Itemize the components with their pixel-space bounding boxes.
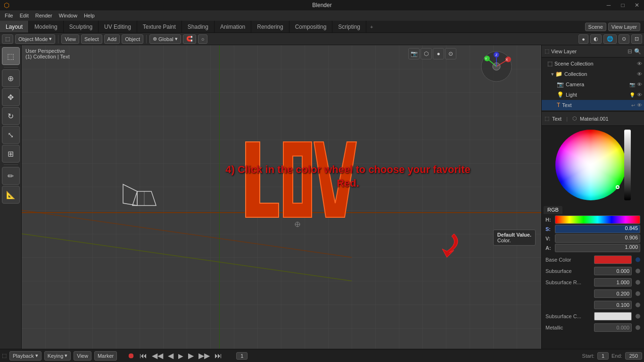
navigation-gizmo[interactable]: X Y Z <box>480 50 513 83</box>
marker-menu[interactable]: Marker <box>94 351 117 361</box>
collection-visibility[interactable]: 👁 <box>637 71 642 77</box>
scene-selector[interactable]: Scene <box>585 23 606 31</box>
subsurface-r-dot[interactable] <box>636 280 640 285</box>
viewport-shading-solid[interactable]: ● <box>578 34 588 44</box>
tab-scripting[interactable]: Scripting <box>332 21 366 33</box>
camera-visibility[interactable]: 👁 <box>637 82 642 87</box>
window-title: Blender <box>312 2 331 8</box>
playback-menu[interactable]: Playback ▾ <box>9 351 41 361</box>
metallic-dot[interactable] <box>636 325 640 330</box>
tool-select[interactable]: ⬚ <box>2 47 20 65</box>
menu-window[interactable]: Window <box>56 12 80 19</box>
base-color-swatch[interactable] <box>594 255 632 264</box>
tool-move[interactable]: ✥ <box>2 88 20 106</box>
tab-modeling[interactable]: Modeling <box>29 21 64 33</box>
tool-transform[interactable]: ⊞ <box>2 145 20 163</box>
perspective-button[interactable]: ⬡ <box>421 48 432 59</box>
view-menu[interactable]: View <box>74 351 91 361</box>
next-keyframe-button[interactable]: ▶ <box>187 351 195 360</box>
subsurface-c-dot[interactable] <box>636 314 640 319</box>
outliner-collection[interactable]: ▾ 📁 Collection 👁 <box>542 69 644 79</box>
viewport-shading-material[interactable]: ◐ <box>590 34 602 44</box>
hue-input[interactable] <box>555 215 640 224</box>
record-button[interactable]: ⏺ <box>126 352 136 360</box>
color-wheel[interactable] <box>555 130 626 200</box>
tool-cursor[interactable]: ⊕ <box>2 69 20 87</box>
overlay-toggle[interactable]: ⊙ <box>619 34 629 44</box>
add-menu-button[interactable]: Add <box>104 34 120 44</box>
select-menu-button[interactable]: Select <box>81 34 102 44</box>
alpha-input[interactable]: 1.000 <box>555 244 640 252</box>
filter-icon[interactable]: ⊟ <box>627 48 632 55</box>
subsurface-r3-value[interactable]: 0.100 <box>594 301 632 309</box>
tab-animation[interactable]: Animation <box>215 21 251 33</box>
jump-end-button[interactable]: ⏭ <box>214 352 223 360</box>
tab-rendering[interactable]: Rendering <box>251 21 289 33</box>
proportional-edit[interactable]: ○ <box>198 34 208 44</box>
add-workspace-button[interactable]: + <box>366 21 377 33</box>
subsurface-c-swatch[interactable] <box>594 312 632 321</box>
object-menu-button[interactable]: Object <box>122 34 143 44</box>
outliner-camera[interactable]: 📷 Camera 📷 👁 <box>542 79 644 90</box>
play-button[interactable]: ▶ <box>177 352 184 360</box>
tab-shading[interactable]: Shading <box>182 21 215 33</box>
outliner-scene-collection[interactable]: ⬚ Scene Collection 👁 <box>542 58 644 69</box>
tab-compositing[interactable]: Compositing <box>289 21 333 33</box>
viewport-3d[interactable]: User Perspective (1) Collection | Text X… <box>22 45 541 349</box>
light-visibility[interactable]: 👁 <box>637 92 642 98</box>
metallic-value[interactable]: 0.000 <box>594 323 632 332</box>
tool-measure[interactable]: 📐 <box>2 186 20 204</box>
subsurface-r3-dot[interactable] <box>636 303 640 307</box>
tab-uv-editing[interactable]: UV Editing <box>99 21 137 33</box>
snap-button[interactable]: 🧲 <box>183 34 196 44</box>
brightness-slider[interactable] <box>624 130 631 200</box>
view-layer-selector[interactable]: View Layer <box>608 23 640 31</box>
close-button[interactable]: ✕ <box>630 0 644 10</box>
collection-expand[interactable]: ▾ <box>551 71 554 77</box>
viewport-shading-rendered[interactable]: 🌐 <box>603 34 617 44</box>
color-wheel-wrapper[interactable] <box>555 130 631 200</box>
viewport-shading-button[interactable]: ● <box>433 48 444 59</box>
scene-collection-visibility[interactable]: 👁 <box>637 61 642 66</box>
camera-view-button[interactable]: 📷 <box>408 48 420 59</box>
tab-rgb[interactable]: RGB <box>544 206 562 214</box>
outliner-light[interactable]: 💡 Light 💡 👁 <box>542 90 644 100</box>
base-color-dot[interactable] <box>636 257 640 262</box>
subsurface-r-value[interactable]: 1.000 <box>594 278 632 287</box>
view-menu-button[interactable]: View <box>61 34 79 44</box>
subsurface-r2-value[interactable]: 0.200 <box>594 289 632 298</box>
tool-annotate[interactable]: ✏ <box>2 167 20 185</box>
next-frame-button[interactable]: ▶▶ <box>198 351 211 360</box>
outliner-search-icon[interactable]: 🔍 <box>634 48 641 55</box>
saturation-input[interactable]: 0.845 <box>555 225 640 233</box>
subsurface-value[interactable]: 0.000 <box>594 267 632 275</box>
tool-scale[interactable]: ⤡ <box>2 126 20 144</box>
value-input[interactable]: 0.906 <box>555 234 640 243</box>
prev-frame-button[interactable]: ◀◀ <box>151 351 164 360</box>
editor-type-button[interactable]: ⬚ <box>2 34 13 44</box>
menu-file[interactable]: File <box>2 12 16 19</box>
overlay-button[interactable]: ⊙ <box>445 48 456 59</box>
tab-texture-paint[interactable]: Texture Paint <box>137 21 182 33</box>
menu-edit[interactable]: Edit <box>17 12 32 19</box>
jump-start-button[interactable]: ⏮ <box>139 352 148 360</box>
tab-layout[interactable]: Layout <box>0 21 29 33</box>
outliner-text[interactable]: T Text ↩ 👁 <box>542 100 644 110</box>
xray-toggle[interactable]: ⊡ <box>631 34 642 44</box>
outliner-header: ⬚ View Layer ⊟ 🔍 <box>542 45 644 58</box>
maximize-button[interactable]: □ <box>616 0 630 10</box>
end-frame[interactable]: 250 <box>625 352 642 360</box>
text-visibility[interactable]: 👁 <box>637 102 642 108</box>
tool-rotate[interactable]: ↻ <box>2 107 20 125</box>
prev-keyframe-button[interactable]: ◀ <box>167 351 174 360</box>
tab-sculpting[interactable]: Sculpting <box>64 21 99 33</box>
menu-help[interactable]: Help <box>81 12 98 19</box>
subsurface-r2-dot[interactable] <box>636 291 640 296</box>
subsurface-dot[interactable] <box>636 269 640 273</box>
object-mode-selector[interactable]: Object Mode ▾ <box>15 34 55 44</box>
keying-menu[interactable]: Keying ▾ <box>44 351 71 361</box>
minimize-button[interactable]: ─ <box>602 0 616 10</box>
start-frame[interactable]: 1 <box>597 352 609 360</box>
transform-orientations[interactable]: ⊕ Global ▾ <box>149 34 181 44</box>
menu-render[interactable]: Render <box>33 12 55 19</box>
